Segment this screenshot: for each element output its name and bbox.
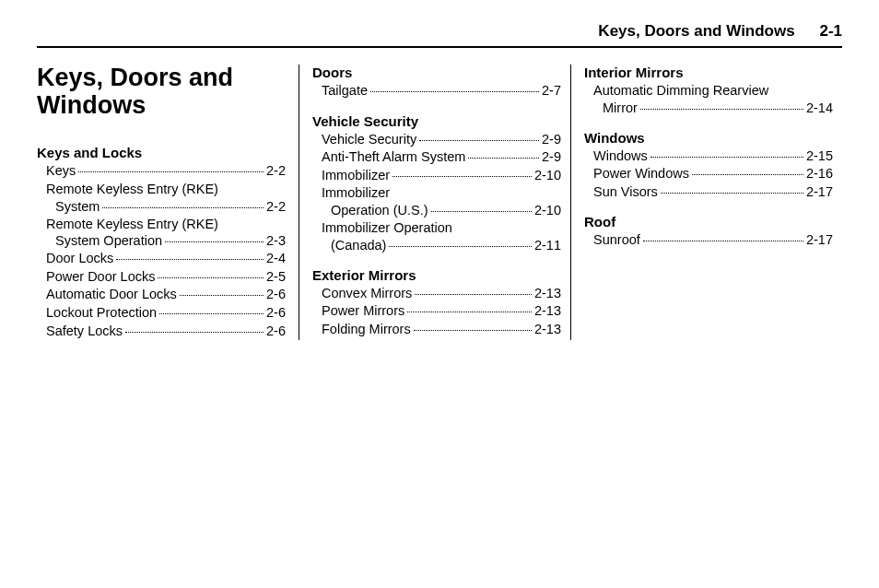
dot-leader	[180, 295, 264, 296]
dot-leader	[431, 211, 532, 212]
toc-entry-label: Sun Visors	[593, 183, 658, 202]
toc-entry: Remote Keyless Entry (RKE) System 2-2	[37, 181, 286, 216]
dot-leader	[640, 109, 803, 110]
toc-entry-page: 2-13	[534, 285, 561, 303]
dot-leader	[650, 157, 803, 158]
dot-leader	[389, 246, 532, 247]
toc-entry-label: Power Door Locks	[46, 268, 155, 287]
dot-leader	[661, 193, 803, 194]
toc-entry-label: Windows	[593, 147, 648, 166]
toc-entry-label-cont: System Operation	[55, 232, 162, 250]
toc-entry: Power Mirrors 2-13	[312, 302, 561, 321]
toc-entry: Automatic Door Locks 2-6	[37, 286, 286, 304]
toc-entry-label: Power Mirrors	[322, 302, 404, 321]
toc-entry: Keys 2-2	[37, 162, 286, 181]
toc-entry-page: 2-11	[534, 237, 561, 254]
toc-entry-label: Convex Mirrors	[322, 285, 412, 303]
toc-entry: Convex Mirrors 2-13	[312, 285, 561, 303]
dot-leader	[643, 241, 803, 241]
dot-leader	[165, 241, 264, 242]
toc-entry: Sunroof 2-17	[584, 231, 833, 250]
toc-entry-page: 2-5	[266, 268, 286, 287]
section-heading: Keys and Locks	[37, 145, 286, 160]
dot-leader	[159, 313, 264, 314]
header-title: Keys, Doors and Windows	[598, 22, 794, 40]
toc-entry-label-cont: Operation (U.S.)	[331, 202, 428, 219]
toc-entry-page: 2-4	[266, 250, 286, 268]
toc-entry-page: 2-7	[542, 82, 561, 100]
toc-entry: Vehicle Security 2-9	[312, 131, 561, 149]
column-3: Interior Mirrors Automatic Dimming Rearv…	[570, 65, 842, 340]
toc-entry-page: 2-6	[266, 304, 286, 323]
toc-entry: Power Windows 2-16	[584, 165, 833, 183]
toc-entry-label: Automatic Dimming Rearview	[593, 82, 833, 100]
toc-entry: Door Locks 2-4	[37, 250, 286, 268]
toc-entry-label-cont: System	[55, 198, 100, 216]
toc-entry-page: 2-17	[806, 183, 833, 202]
toc-entry: Immobilizer Operation (U.S.) 2-10	[312, 184, 561, 219]
toc-entry-page: 2-2	[266, 198, 286, 216]
column-2: Doors Tailgate 2-7 Vehicle Security Vehi…	[299, 65, 570, 340]
dot-leader	[415, 294, 532, 295]
toc-entry-page: 2-9	[542, 148, 561, 167]
toc-entry-page: 2-16	[806, 165, 833, 183]
toc-entry-page: 2-13	[534, 321, 561, 339]
dot-leader	[102, 207, 264, 208]
toc-entry-label: Anti-Theft Alarm System	[322, 148, 465, 167]
section-heading: Roof	[584, 214, 833, 229]
toc-entry-page: 2-14	[806, 100, 833, 117]
toc-entry: Power Door Locks 2-5	[37, 268, 286, 287]
dot-leader	[370, 91, 539, 92]
header-page-number: 2-1	[819, 22, 842, 40]
toc-entry-label: Immobilizer	[322, 167, 390, 185]
dot-leader	[393, 176, 532, 177]
toc-entry: Anti-Theft Alarm System 2-9	[312, 148, 561, 167]
chapter-title: Keys, Doors and Windows	[37, 65, 286, 119]
dot-leader	[414, 330, 532, 331]
toc-entry: Automatic Dimming Rearview Mirror 2-14	[584, 82, 833, 117]
section-heading: Exterior Mirrors	[312, 267, 561, 283]
toc-entry-label: Immobilizer Operation	[322, 219, 561, 237]
section-heading: Doors	[312, 65, 561, 80]
toc-entry-label: Safety Locks	[46, 323, 123, 341]
toc-entry: Safety Locks 2-6	[37, 323, 286, 341]
toc-entry: Immobilizer 2-10	[312, 167, 561, 185]
toc-entry-page: 2-3	[266, 232, 286, 250]
toc-entry-label: Keys	[46, 162, 76, 181]
toc-entry-label-cont: (Canada)	[331, 237, 386, 254]
toc-entry-label: Tailgate	[322, 82, 368, 100]
toc-entry-label: Remote Keyless Entry (RKE)	[46, 181, 286, 198]
toc-entry-label-cont: Mirror	[603, 100, 638, 117]
toc-entry-page: 2-10	[534, 167, 561, 185]
toc-entry-page: 2-2	[266, 162, 286, 181]
toc-entry-label: Lockout Protection	[46, 304, 157, 323]
toc-entry-page: 2-10	[534, 202, 561, 219]
dot-leader	[78, 171, 264, 172]
toc-entry-label: Power Windows	[593, 165, 689, 183]
toc-entry-label: Sunroof	[593, 231, 640, 250]
toc-entry: Folding Mirrors 2-13	[312, 321, 561, 339]
toc-entry-page: 2-6	[266, 286, 286, 304]
dot-leader	[125, 332, 264, 333]
toc-entry-label: Immobilizer	[322, 184, 561, 202]
toc-entry-page: 2-15	[806, 147, 833, 166]
dot-leader	[407, 312, 532, 312]
column-1: Keys, Doors and Windows Keys and Locks K…	[37, 65, 299, 340]
toc-entry-label: Folding Mirrors	[322, 321, 411, 339]
section-heading: Windows	[584, 130, 833, 146]
toc-entry: Lockout Protection 2-6	[37, 304, 286, 323]
toc-entry: Windows 2-15	[584, 147, 833, 166]
toc-entry: Remote Keyless Entry (RKE) System Operat…	[37, 216, 286, 251]
page-header: Keys, Doors and Windows 2-1	[37, 22, 842, 48]
toc-entry: Tailgate 2-7	[312, 82, 561, 100]
toc-entry-label: Vehicle Security	[322, 131, 416, 149]
toc-columns: Keys, Doors and Windows Keys and Locks K…	[37, 65, 842, 340]
toc-entry-page: 2-6	[266, 323, 286, 341]
dot-leader	[116, 259, 264, 260]
toc-entry: Immobilizer Operation (Canada) 2-11	[312, 219, 561, 254]
toc-entry-page: 2-17	[806, 231, 833, 250]
toc-entry-page: 2-9	[542, 131, 561, 149]
dot-leader	[158, 277, 264, 278]
toc-entry-label: Remote Keyless Entry (RKE)	[46, 216, 286, 233]
dot-leader	[419, 140, 539, 141]
